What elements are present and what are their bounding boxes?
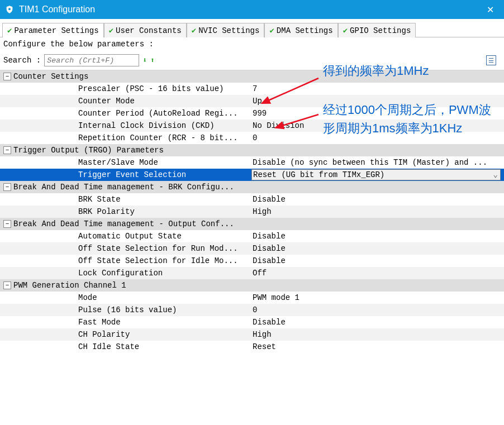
titlebar: TIM1 Configuration ✕ [0,0,504,19]
param-value[interactable]: Disable [251,256,504,265]
section-title: PWM Generation Channel 1 [13,281,126,290]
window-title: TIM1 Configuration [19,4,95,15]
param-label: BRK Polarity [78,207,135,216]
param-value[interactable]: No Division [251,121,504,130]
param-prescaler[interactable]: Prescaler (PSC - 16 bits value)7 [0,83,504,95]
param-label: Internal Clock Division (CKD) [78,121,215,130]
param-brk-polarity[interactable]: BRK PolarityHigh [0,206,504,218]
search-label: Search : [3,56,41,65]
param-value[interactable]: Reset [251,342,504,351]
close-button[interactable]: ✕ [481,0,500,19]
param-label: Mode [78,293,97,302]
param-off-state-run[interactable]: Off State Selection for Run Mod...Disabl… [0,242,504,255]
param-lock-config[interactable]: Lock ConfigurationOff [0,267,504,279]
search-prev-icon[interactable]: ⬆ [150,56,155,65]
param-value-dropdown[interactable]: Reset (UG bit from TIMx_EGR) [251,169,501,180]
instruction-text: Configure the below parameters : [0,37,504,53]
tab-parameter-settings[interactable]: ✔Parameter Settings [2,23,104,37]
param-label: Trigger Event Selection [78,170,186,179]
collapse-icon[interactable]: − [3,220,11,228]
param-label: Counter Mode [78,97,135,106]
param-off-state-idle[interactable]: Off State Selection for Idle Mo...Disabl… [0,255,504,267]
param-label: Lock Configuration [78,269,163,278]
param-value[interactable]: 7 [251,84,504,93]
param-brk-state[interactable]: BRK StateDisable [0,193,504,206]
param-label: CH Polarity [78,330,130,339]
section-title: Break And Dead Time management - Output … [13,219,234,228]
collapse-icon[interactable]: − [3,146,11,154]
property-grid: − Counter Settings Prescaler (PSC - 16 b… [0,70,504,353]
collapse-icon[interactable]: − [3,281,11,289]
param-value[interactable]: Disable [251,244,504,253]
tab-label: DMA Settings [277,26,333,35]
section-pwm[interactable]: − PWM Generation Channel 1 [0,279,504,292]
section-title: Break And Dead Time management - BRK Con… [13,183,234,192]
section-trgo[interactable]: − Trigger Output (TRGO) Parameters [0,144,504,156]
param-value[interactable]: Disable [251,318,504,327]
param-label: Prescaler (PSC - 16 bits value) [78,84,224,93]
search-input[interactable] [44,54,139,66]
param-label: BRK State [78,195,121,204]
details-icon[interactable]: ☰ [486,55,496,65]
tabs: ✔Parameter Settings ✔User Constants ✔NVI… [0,19,504,37]
section-title: Counter Settings [13,72,88,81]
tab-dma-settings[interactable]: ✔DMA Settings [264,23,337,37]
param-fast-mode[interactable]: Fast ModeDisable [0,316,504,328]
param-ch-idle-state[interactable]: CH Idle StateReset [0,341,504,353]
param-label: Off State Selection for Idle Mo... [78,256,238,265]
check-icon: ✔ [7,26,12,35]
section-brk[interactable]: − Break And Dead Time management - BRK C… [0,181,504,193]
param-value[interactable]: Disable [251,232,504,241]
param-auto-output[interactable]: Automatic Output StateDisable [0,230,504,242]
param-label: Master/Slave Mode [78,158,158,167]
tab-label: Parameter Settings [14,26,98,35]
param-label: Off State Selection for Run Mod... [78,244,238,253]
tab-label: GPIO Settings [350,26,411,35]
param-label: Automatic Output State [78,232,182,241]
param-ch-polarity[interactable]: CH PolarityHigh [0,328,504,341]
param-label: CH Idle State [78,342,139,351]
check-icon: ✔ [109,26,113,35]
param-pulse[interactable]: Pulse (16 bits value)0 [0,304,504,316]
param-counter-period[interactable]: Counter Period (AutoReload Regi...999 [0,107,504,120]
param-value[interactable]: Off [251,269,504,278]
tab-nvic-settings[interactable]: ✔NVIC Settings [187,23,265,37]
search-next-icon[interactable]: ⬇ [142,56,147,65]
param-value[interactable]: Up [251,97,504,106]
tab-gpio-settings[interactable]: ✔GPIO Settings [338,23,416,37]
tab-label: NVIC Settings [198,26,259,35]
param-rcr[interactable]: Repetition Counter (RCR - 8 bit...0 [0,132,504,144]
tab-user-constants[interactable]: ✔User Constants [104,23,187,37]
param-value[interactable]: High [251,330,504,339]
check-icon: ✔ [269,26,274,35]
shield-icon [4,4,15,15]
param-value[interactable]: High [251,207,504,216]
check-icon: ✔ [343,26,348,35]
section-title: Trigger Output (TRGO) Parameters [13,146,164,155]
param-label: Repetition Counter (RCR - 8 bit... [78,133,238,142]
param-counter-mode[interactable]: Counter ModeUp [0,95,504,107]
param-value[interactable]: Disable (no sync between this TIM (Maste… [251,158,504,167]
tab-label: User Constants [116,26,182,35]
param-value[interactable]: 0 [251,133,504,142]
param-value[interactable]: Disable [251,195,504,204]
param-value[interactable]: 0 [251,305,504,314]
param-master-slave[interactable]: Master/Slave ModeDisable (no sync betwee… [0,156,504,169]
section-counter-settings[interactable]: − Counter Settings [0,70,504,83]
param-value[interactable]: PWM mode 1 [251,293,504,302]
check-icon: ✔ [192,26,196,35]
section-output[interactable]: − Break And Dead Time management - Outpu… [0,218,504,230]
param-ckd[interactable]: Internal Clock Division (CKD)No Division [0,120,504,132]
param-pwm-mode[interactable]: ModePWM mode 1 [0,292,504,304]
svg-point-0 [8,8,11,10]
param-label: Counter Period (AutoReload Regi... [78,109,238,118]
collapse-icon[interactable]: − [3,73,11,80]
collapse-icon[interactable]: − [3,183,11,191]
param-trigger-event-selection[interactable]: Trigger Event SelectionReset (UG bit fro… [0,169,504,181]
param-value[interactable]: 999 [251,109,504,118]
param-label: Fast Mode [78,318,121,327]
search-row: Search : ⬇ ⬆ ☰ [0,53,504,70]
param-label: Pulse (16 bits value) [78,305,177,314]
